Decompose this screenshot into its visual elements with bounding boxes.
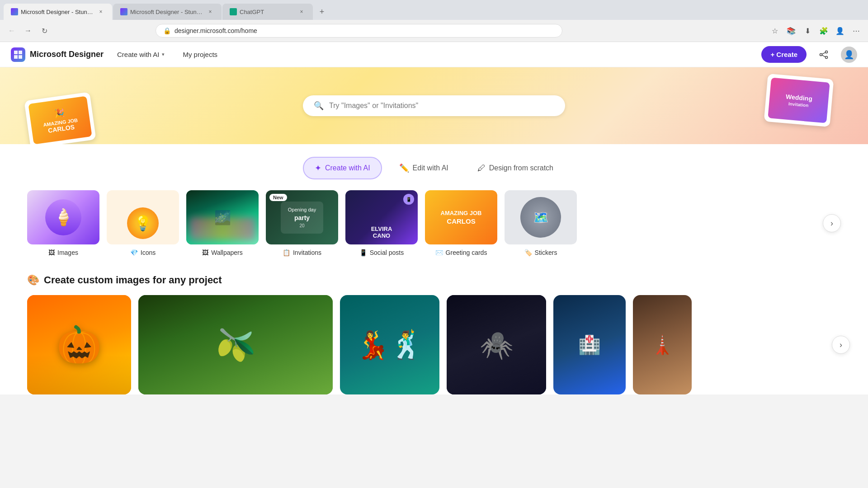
category-greeting-label: ✉️ Greeting cards (435, 249, 487, 256)
new-badge: New (269, 194, 287, 201)
logo-area: Microsoft Designer (11, 47, 104, 62)
category-stickers-thumb: 🗺️ (505, 190, 577, 244)
bookmark-icon[interactable]: ☆ (769, 24, 781, 37)
tab-3-favicon (230, 8, 237, 15)
category-invitations-icon: 📋 (283, 249, 290, 256)
section-icon: 🎨 (27, 274, 39, 286)
hero-deco-left: 🎉 AMAZING JOB CARLOS (18, 76, 108, 144)
back-button[interactable]: ← (5, 24, 18, 37)
svg-rect-3 (19, 55, 22, 59)
category-stickers-label: 🏷️ Stickers (524, 249, 557, 256)
category-greeting-thumb: AMAZING JOB CARLOS (425, 190, 497, 244)
gallery-item-last[interactable]: 🗼 (633, 295, 692, 394)
settings-icon[interactable]: ⋯ (850, 24, 863, 37)
tab-1-label: Microsoft Designer - Stunning ... (21, 9, 94, 15)
category-scroll-right[interactable]: › (823, 214, 841, 232)
category-wallpapers-label: 🖼 Wallpapers (202, 249, 243, 256)
forward-button[interactable]: → (22, 24, 34, 37)
gallery-item-couple[interactable]: 💃🕺 (340, 295, 439, 394)
create-ai-tab-icon: ✦ (315, 163, 321, 173)
reload-button[interactable]: ↻ (38, 24, 51, 37)
browser-chrome: Microsoft Designer - Stunning ... × Micr… (0, 0, 868, 42)
create-with-ai-nav[interactable]: Create with AI ▾ (113, 48, 169, 61)
my-projects-label: My projects (183, 51, 217, 58)
category-wallpapers-thumb: 🌌 (186, 190, 259, 244)
gallery-last-img: 🗼 (633, 295, 692, 394)
tab-3-label: ChatGPT (240, 9, 295, 15)
address-bar[interactable]: 🔒 designer.microsoft.com/home (156, 24, 562, 38)
create-with-ai-tab[interactable]: ✦ Create with AI (303, 157, 382, 179)
category-invitations-thumb: New Opening day party 20 (266, 190, 338, 244)
section-title-text: Create custom images for any project (44, 274, 222, 286)
extensions-icon[interactable]: 🧩 (817, 24, 830, 37)
edit-ai-tab-label: Edit with AI (413, 164, 448, 172)
action-tabs: ✦ Create with AI ✏️ Edit with AI 🖊 Desig… (27, 144, 841, 190)
gallery-item-olives[interactable]: 🫒 (138, 295, 333, 394)
gallery-olives-img: 🫒 (138, 295, 333, 394)
category-scroll: 🍦 🖼 Images 💡 💎 Icons (27, 190, 823, 256)
tab-3-close[interactable]: × (297, 8, 306, 16)
browser-toolbar-icons: ☆ 📚 ⬇ 🧩 👤 ⋯ (769, 24, 863, 37)
tab-2[interactable]: Microsoft Designer - Stunning ... × (113, 4, 222, 20)
svg-point-5 (820, 53, 822, 56)
tab-bar: Microsoft Designer - Stunning ... × Micr… (0, 0, 868, 20)
icon-circle: 💡 (127, 207, 159, 239)
category-stickers-icon: 🏷️ (524, 249, 532, 256)
gallery-item-spider[interactable]: 🕷️ (447, 295, 546, 394)
logo-text: Microsoft Designer (30, 50, 104, 59)
tab-3[interactable]: ChatGPT × (222, 4, 313, 20)
category-stickers[interactable]: 🗺️ 🏷️ Stickers (505, 190, 577, 256)
new-tab-button[interactable]: + (316, 5, 328, 18)
custom-images-section: 🎨 Create custom images for any project 🎃 (27, 274, 841, 394)
gallery-scroll-right[interactable]: › (832, 336, 850, 354)
category-greeting-text: Greeting cards (446, 249, 487, 256)
category-images-label: 🖼 Images (48, 249, 78, 256)
svg-rect-1 (19, 51, 22, 54)
category-greeting[interactable]: AMAZING JOB CARLOS ✉️ Greeting cards (425, 190, 497, 256)
category-icons-label: 💎 Icons (130, 249, 156, 256)
download-icon[interactable]: ⬇ (801, 24, 814, 37)
category-wallpapers-icon: 🖼 (202, 249, 208, 256)
collections-icon[interactable]: 📚 (785, 24, 797, 37)
category-invitations[interactable]: New Opening day party 20 📋 Invitations (266, 190, 338, 256)
category-social[interactable]: 📱 ELVIRACANO 📱 Social posts (345, 190, 418, 256)
svg-line-7 (822, 52, 825, 54)
tab-1[interactable]: Microsoft Designer - Stunning ... × (4, 4, 112, 20)
tab-2-close[interactable]: × (206, 8, 214, 16)
create-ai-tab-label: Create with AI (325, 164, 370, 172)
gallery-item-medical[interactable]: 🏥 (553, 295, 626, 394)
category-invitations-text: Invitations (293, 249, 321, 256)
category-images-thumb: 🍦 (27, 190, 99, 244)
search-icon: 🔍 (314, 101, 324, 111)
create-button[interactable]: + Create (761, 46, 807, 63)
edit-with-ai-tab[interactable]: ✏️ Edit with AI (387, 157, 460, 179)
image-gallery: 🎃 🫒 💃🕺 (27, 295, 841, 394)
top-nav: Microsoft Designer Create with AI ▾ My p… (0, 42, 868, 67)
share-button[interactable] (816, 47, 832, 63)
tab-1-close[interactable]: × (97, 8, 105, 16)
category-images-text: Images (57, 249, 78, 256)
tab-2-favicon (120, 8, 127, 15)
create-ai-nav-label: Create with AI (117, 51, 159, 58)
design-scratch-tab[interactable]: 🖊 Design from scratch (466, 157, 565, 179)
logo-icon (11, 47, 25, 62)
category-social-label: 📱 Social posts (359, 249, 404, 256)
category-social-icon: 📱 (359, 249, 367, 256)
hero-search-bar: 🔍 (303, 95, 565, 116)
category-images[interactable]: 🍦 🖼 Images (27, 190, 99, 256)
hero-search-input[interactable] (329, 102, 554, 110)
svg-line-8 (822, 55, 825, 57)
design-scratch-icon: 🖊 (477, 164, 486, 173)
category-invitations-label: 📋 Invitations (283, 249, 321, 256)
profile-icon[interactable]: 👤 (834, 24, 846, 37)
url-text: designer.microsoft.com/home (175, 27, 555, 34)
hero-banner: 🎉 AMAZING JOB CARLOS 🔍 Wedding Invitatio… (0, 67, 868, 144)
gallery-item-pumpkin[interactable]: 🎃 (27, 295, 131, 394)
profile-avatar[interactable]: 👤 (841, 47, 857, 63)
category-wallpapers[interactable]: 🌌 🖼 Wallpapers (186, 190, 259, 256)
category-row: 🍦 🖼 Images 💡 💎 Icons (27, 190, 841, 256)
category-icons[interactable]: 💡 💎 Icons (107, 190, 179, 256)
my-projects-nav[interactable]: My projects (178, 48, 222, 61)
gallery-pumpkin-img: 🎃 (27, 295, 131, 394)
category-greeting-icon: ✉️ (435, 249, 443, 256)
